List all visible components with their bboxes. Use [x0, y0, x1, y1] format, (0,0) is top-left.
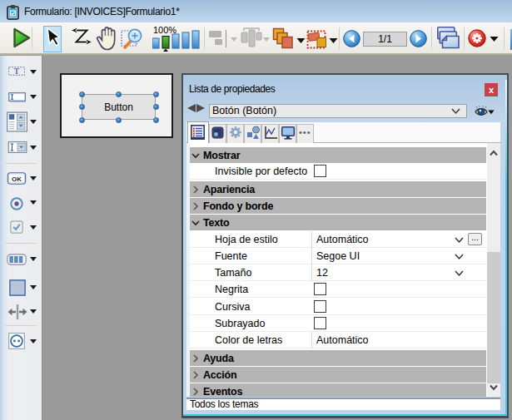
svg-text:OK: OK — [12, 175, 22, 183]
svg-text:T: T — [14, 67, 20, 76]
